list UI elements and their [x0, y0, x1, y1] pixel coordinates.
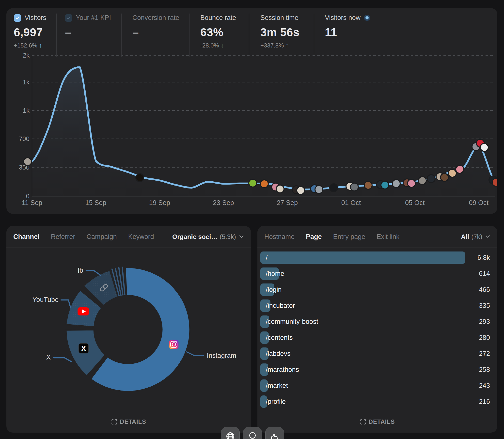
- avatar-marker[interactable]: [330, 184, 338, 192]
- donut-label-x: X: [46, 354, 51, 361]
- instagram-icon: [169, 340, 178, 349]
- avatar-marker[interactable]: [480, 143, 488, 151]
- avatar-marker[interactable]: [456, 165, 464, 173]
- kpi-visitors-label: Visitors: [25, 14, 46, 22]
- kpi-checkbox[interactable]: [65, 14, 72, 22]
- lightbulb-button[interactable]: [243, 427, 262, 439]
- avatar-marker[interactable]: [315, 186, 323, 193]
- page-row[interactable]: /contents280: [260, 331, 490, 344]
- page-row-value: 258: [479, 363, 490, 376]
- kpi-session-label: Session time: [260, 14, 299, 22]
- kpi-bounce-label: Bounce rate: [200, 14, 236, 22]
- channel-filter-dropdown[interactable]: Organic soci… (5.3k): [172, 233, 244, 241]
- lightbulb-icon: [247, 431, 258, 439]
- pages-tabs: HostnamePageEntry pageExit link: [264, 233, 399, 241]
- x-axis-label: 11 Sep: [22, 199, 42, 206]
- page-row-path: /marathons: [266, 363, 299, 376]
- page-row[interactable]: /profile216: [260, 395, 490, 408]
- kpi-session: Session time 3m 56s +337.8% ↑: [249, 14, 314, 57]
- x-axis-label: 15 Sep: [85, 199, 107, 206]
- page-row-path: /incubator: [266, 299, 295, 312]
- tab-hostname[interactable]: Hostname: [264, 233, 295, 241]
- page-row-path: /market: [266, 379, 288, 392]
- page-row-value: 614: [479, 267, 490, 280]
- avatar-marker[interactable]: [276, 185, 284, 193]
- thumbs-up-button[interactable]: [265, 427, 284, 439]
- kpi-conversion-value: –: [132, 26, 189, 39]
- tab-campaign[interactable]: Campaign: [87, 233, 117, 241]
- avatar-marker[interactable]: [136, 174, 144, 182]
- donut-label-youtube: YouTube: [32, 296, 59, 303]
- avatar-marker[interactable]: [364, 181, 372, 189]
- avatar-marker[interactable]: [381, 181, 389, 189]
- tab-channel[interactable]: Channel: [13, 233, 40, 241]
- kpi-your-kpi-label: Your #1 KPI: [76, 14, 111, 22]
- x-axis-label: 01 Oct: [341, 199, 361, 206]
- avatar-marker[interactable]: [249, 179, 257, 187]
- donut-label-line: [187, 352, 203, 356]
- visitors-checkbox[interactable]: [14, 14, 21, 22]
- page-row[interactable]: /marathons258: [260, 363, 490, 376]
- page-row-value: 335: [479, 299, 490, 312]
- avatar-marker[interactable]: [441, 173, 448, 181]
- channel-filter-count: (5.3k): [220, 233, 236, 241]
- channels-details-button[interactable]: DETAILS: [111, 418, 146, 425]
- footer-buttons: [221, 427, 284, 439]
- avatar-marker[interactable]: [448, 169, 456, 177]
- page-row[interactable]: /login466: [260, 283, 490, 296]
- kpi-row: Visitors 6,997 +152.6% ↑ Your #1 KPI – C…: [6, 14, 497, 57]
- avatar-marker[interactable]: [392, 180, 400, 188]
- kpi-conversion-label: Conversion rate: [132, 14, 179, 22]
- x-axis-label: 19 Sep: [149, 199, 170, 206]
- page-row-value: 466: [479, 283, 490, 296]
- kpi-bounce-value: 63%: [200, 26, 249, 39]
- expand-icon: [360, 419, 366, 425]
- page-row-path: /labdevs: [266, 347, 291, 360]
- avatar-marker[interactable]: [24, 158, 32, 166]
- tab-referrer[interactable]: Referrer: [51, 233, 75, 241]
- page-row-path: /contents: [266, 331, 293, 344]
- up-arrow-icon: ↑: [285, 42, 289, 49]
- page-row[interactable]: /home614: [260, 267, 490, 280]
- tab-page[interactable]: Page: [306, 233, 322, 241]
- youtube-icon: [78, 307, 89, 315]
- tab-keyword[interactable]: Keyword: [128, 233, 154, 241]
- globe-icon: [225, 431, 236, 439]
- pages-filter-dropdown[interactable]: All (7k): [461, 233, 490, 241]
- avatar-marker[interactable]: [350, 183, 358, 191]
- kpi-session-delta: +337.8% ↑: [260, 42, 314, 49]
- pages-details-button[interactable]: DETAILS: [360, 418, 395, 425]
- avatar-marker[interactable]: [260, 180, 268, 188]
- x-axis-label: 27 Sep: [277, 199, 298, 206]
- page-row-bar: [260, 251, 465, 264]
- avatar-marker[interactable]: [427, 175, 435, 183]
- tab-entry-page[interactable]: Entry page: [333, 233, 365, 241]
- globe-button[interactable]: [221, 427, 240, 439]
- avatar-marker[interactable]: [418, 177, 426, 185]
- kpi-now-value: 11: [325, 26, 497, 39]
- channels-donut-chart[interactable]: XfbYouTubeXInstagram: [6, 243, 251, 415]
- x-axis-label: 09 Oct: [469, 199, 488, 206]
- page-row[interactable]: /market243: [260, 379, 490, 392]
- page-row-value: 293: [479, 315, 490, 328]
- x-icon: X: [79, 344, 89, 353]
- pages-header: HostnamePageEntry pageExit link All (7k): [257, 226, 497, 248]
- kpi-bounce-delta: -28.0% ↓: [200, 42, 249, 49]
- expand-icon: [111, 419, 117, 425]
- y-axis-label: 0: [26, 192, 30, 200]
- page-row[interactable]: /incubator335: [260, 299, 490, 312]
- page-row[interactable]: /6.8k: [260, 251, 490, 264]
- avatar-marker[interactable]: [297, 187, 305, 194]
- donut-label-fb: fb: [78, 267, 83, 274]
- page-row-path: /community-boost: [266, 315, 318, 328]
- down-arrow-icon: ↓: [221, 42, 224, 49]
- page-row[interactable]: /labdevs272: [260, 347, 490, 360]
- kpi-bounce: Bounce rate 63% -28.0% ↓: [189, 14, 249, 57]
- page-row[interactable]: /community-boost293: [260, 315, 490, 328]
- page-row-value: 280: [479, 331, 490, 344]
- avatar-marker[interactable]: [408, 179, 415, 187]
- tab-exit-link[interactable]: Exit link: [377, 233, 399, 241]
- page-row-value: 272: [479, 347, 490, 360]
- page-row-path: /login: [266, 283, 282, 296]
- avatar-marker[interactable]: [492, 178, 497, 186]
